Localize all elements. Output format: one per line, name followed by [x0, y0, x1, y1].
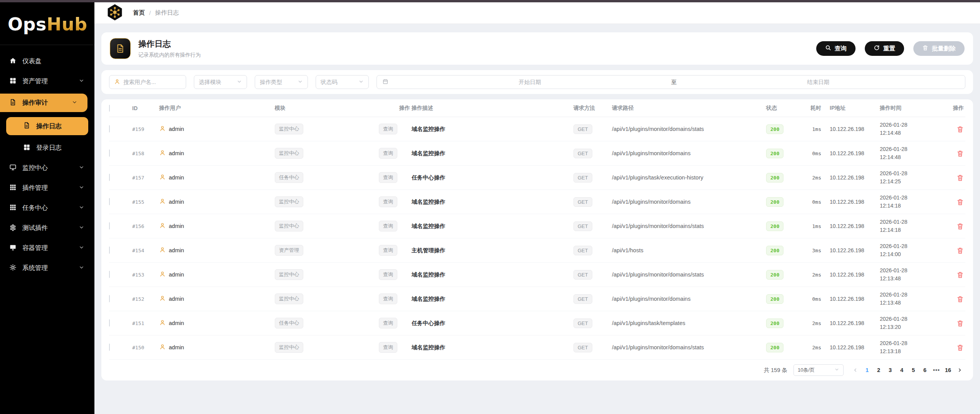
operator-cell: admin [159, 295, 275, 303]
operation-description: 域名监控操作 [412, 150, 573, 157]
filter-bar: 搜索用户名... 选择模块 操作类型 状态码 开始日期 至 [101, 70, 973, 94]
pagination-bar: 共 159 条 10条/页 123456•••16 [109, 360, 965, 380]
row-checkbox[interactable] [109, 246, 110, 254]
method-badge: GET [573, 343, 592, 352]
user-icon [159, 246, 166, 254]
delete-row-button[interactable] [956, 320, 964, 327]
page-number[interactable]: 5 [908, 364, 919, 376]
query-button[interactable]: 查询 [816, 41, 856, 56]
delete-row-button[interactable] [956, 271, 964, 278]
action-badge: 查询 [379, 318, 397, 329]
action-badge: 查询 [379, 342, 397, 353]
row-checkbox[interactable] [109, 198, 110, 205]
row-checkbox[interactable] [109, 222, 110, 230]
delete-row-button[interactable] [956, 223, 964, 230]
table-row: #152admin监控中心查询域名监控操作GET/api/v1/plugins/… [109, 287, 965, 311]
row-actions [941, 271, 965, 278]
row-checkbox[interactable] [109, 125, 110, 132]
action-badge: 查询 [379, 148, 397, 159]
request-path: /api/v1/plugins/monitor/domains [612, 150, 766, 156]
log-id: #154 [132, 248, 159, 253]
log-id: #153 [132, 272, 159, 278]
chevron-down-icon [358, 79, 364, 85]
row-checkbox[interactable] [109, 319, 110, 327]
delete-row-button[interactable] [956, 198, 964, 206]
delete-row-button[interactable] [956, 247, 964, 254]
page-number[interactable]: 2 [873, 364, 884, 376]
log-id: #156 [132, 223, 159, 229]
table-row: #157admin任务中心查询任务中心操作GET/api/v1/plugins/… [109, 166, 965, 190]
status-badge: 200 [766, 343, 783, 352]
operation-time: 2026-01-2812:14:48 [880, 121, 941, 137]
method-badge: GET [573, 221, 592, 231]
module-cell: 资产管理 [275, 245, 379, 256]
module-select[interactable]: 选择模块 [194, 75, 247, 89]
select-all-checkbox[interactable] [109, 105, 110, 112]
action-type-select[interactable]: 操作类型 [255, 75, 308, 89]
end-date-placeholder[interactable]: 结束日期 [677, 79, 960, 86]
page-number[interactable]: 1 [861, 364, 873, 376]
page-number[interactable]: 16 [942, 364, 954, 376]
page-ellipsis: ••• [931, 364, 942, 376]
username-search-input[interactable]: 搜索用户名... [109, 75, 186, 89]
status-code-select[interactable]: 状态码 [316, 75, 369, 89]
operator-cell: admin [159, 319, 275, 327]
page-number[interactable]: 3 [884, 364, 896, 376]
batch-delete-button[interactable]: 批量删除 [913, 41, 965, 56]
action-badge: 查询 [379, 245, 397, 256]
sidebar-item-资产管理[interactable]: 资产管理 [0, 74, 94, 89]
total-count: 共 159 条 [764, 367, 787, 374]
date-range-picker[interactable]: 开始日期 至 结束日期 [377, 75, 965, 89]
operator-cell: admin [159, 125, 275, 133]
sidebar-item-操作日志[interactable]: 操作日志 [6, 117, 88, 135]
sidebar-item-仪表盘[interactable]: 仪表盘 [0, 54, 94, 69]
row-actions [941, 295, 965, 303]
status-cell: 200 [766, 318, 799, 328]
chevron-down-icon [79, 245, 84, 252]
user-icon [159, 271, 166, 278]
topbar: 首页 / 操作日志 [94, 2, 980, 24]
delete-row-button[interactable] [956, 126, 964, 133]
sidebar-item-操作审计[interactable]: 操作审计 [0, 94, 87, 112]
sidebar-item-系统管理[interactable]: 系统管理 [0, 260, 94, 276]
sidebar-item-任务中心[interactable]: 任务中心 [0, 200, 94, 216]
prev-page-arrow[interactable] [850, 364, 861, 376]
sidebar-item-测试插件[interactable]: 测试插件 [0, 220, 94, 236]
row-checkbox-cell [109, 174, 132, 181]
start-date-placeholder[interactable]: 开始日期 [388, 79, 671, 86]
row-checkbox[interactable] [109, 344, 110, 351]
sidebar-item-监控中心[interactable]: 监控中心 [0, 160, 94, 176]
row-checkbox[interactable] [109, 295, 110, 302]
row-checkbox[interactable] [109, 174, 110, 181]
operator-cell: admin [159, 149, 275, 157]
sidebar-item-容器管理[interactable]: 容器管理 [0, 240, 94, 256]
delete-row-button[interactable] [956, 344, 964, 351]
delete-row-button[interactable] [956, 174, 964, 181]
sidebar-item-label: 系统管理 [22, 264, 48, 272]
row-checkbox[interactable] [109, 271, 110, 278]
app-logo: OpsHub [0, 2, 94, 45]
row-checkbox[interactable] [109, 149, 110, 157]
method-badge: GET [573, 173, 592, 183]
monitor-icon [9, 164, 17, 173]
gear-icon [9, 264, 17, 273]
delete-row-button[interactable] [956, 150, 964, 157]
sidebar-item-label: 仪表盘 [22, 57, 42, 65]
breadcrumb-home[interactable]: 首页 [133, 9, 145, 17]
next-page-arrow[interactable] [954, 364, 965, 376]
request-path: /api/v1/plugins/monitor/domains/stats [612, 126, 766, 132]
sidebar-item-登录日志[interactable]: 登录日志 [0, 140, 94, 156]
page-number[interactable]: 4 [896, 364, 908, 376]
table-row: #151admin任务中心查询任务中心操作GET/api/v1/plugins/… [109, 311, 965, 335]
log-table-card: ID操作用户模块操作操作描述请求方法请求路径状态耗时IP地址操作时间操作 #15… [101, 99, 973, 380]
delete-row-button[interactable] [956, 295, 964, 303]
row-checkbox-cell [109, 247, 132, 254]
page-number[interactable]: 6 [919, 364, 931, 376]
reset-button[interactable]: 重置 [865, 41, 904, 56]
sidebar-menu: 仪表盘资产管理操作审计操作日志登录日志监控中心插件管理任务中心测试插件容器管理系… [0, 51, 94, 278]
module-badge: 监控中心 [275, 124, 303, 134]
ip-address: 10.122.26.198 [830, 223, 880, 229]
sidebar-item-插件管理[interactable]: 插件管理 [0, 180, 94, 196]
page-size-select[interactable]: 10条/页 [793, 364, 844, 376]
page-title-block: 操作日志 记录系统内的所有操作行为 [138, 39, 201, 59]
